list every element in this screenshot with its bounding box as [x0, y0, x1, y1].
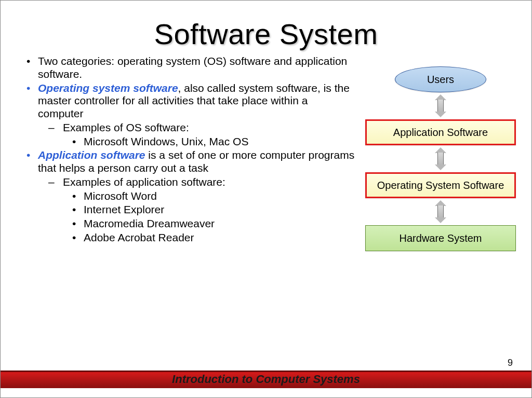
application-software-node: Application Software	[365, 119, 516, 145]
bullet-3a: Examples of application software:	[26, 176, 355, 189]
bullet-3a4: Adobe Acrobat Reader	[26, 231, 355, 244]
bullet-3a2: Internet Explorer	[26, 203, 355, 216]
slide-title: Software System	[1, 17, 531, 51]
bullet-3a1: Microsoft Word	[26, 190, 355, 203]
operating-system-node: Operating System Software	[365, 172, 516, 198]
bullet-list: Two categories: operating system (OS) so…	[26, 55, 360, 251]
slide: Software System Two categories: operatin…	[0, 0, 532, 398]
bullet-3: Application software is a set of one or …	[26, 149, 355, 175]
bullet-1: Two categories: operating system (OS) so…	[26, 55, 355, 81]
page-number: 9	[508, 358, 513, 368]
double-arrow-icon	[435, 94, 446, 117]
double-arrow-icon	[435, 147, 446, 170]
bullet-3a3: Macromedia Dreamweaver	[26, 217, 355, 230]
content-area: Two categories: operating system (OS) so…	[1, 51, 531, 251]
footer-text: Introduction to Computer Systems	[1, 373, 531, 386]
double-arrow-icon	[435, 200, 446, 223]
bullet-2a1: Microsoft Windows, Unix, Mac OS	[26, 135, 355, 148]
bullet-2: Operating system software, also called s…	[26, 82, 355, 120]
bullet-2a: Examples of OS software:	[26, 121, 355, 134]
hardware-system-node: Hardware System	[365, 225, 516, 251]
users-node: Users	[395, 66, 486, 92]
layer-diagram: Users Application Software Operating Sys…	[360, 66, 521, 251]
